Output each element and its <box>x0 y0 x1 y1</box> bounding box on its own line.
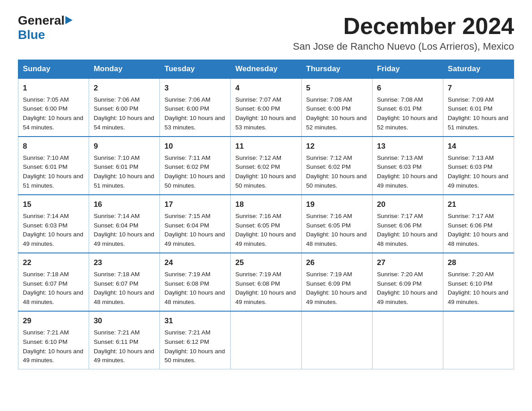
day-number: 24 <box>164 257 226 269</box>
sunrise-label: Sunrise: 7:14 AM <box>94 213 140 219</box>
logo-arrow-icon <box>64 16 73 25</box>
logo-blue-text: Blue <box>18 28 45 42</box>
calendar-cell: 4Sunrise: 7:07 AMSunset: 6:00 PMDaylight… <box>231 78 301 137</box>
daylight-label: Daylight: 10 hours and 49 minutes. <box>448 173 508 189</box>
calendar-cell: 24Sunrise: 7:19 AMSunset: 6:08 PMDayligh… <box>160 253 231 311</box>
sunrise-label: Sunrise: 7:16 AM <box>235 213 281 219</box>
sunrise-label: Sunrise: 7:20 AM <box>448 271 494 278</box>
day-number: 28 <box>448 257 509 269</box>
daylight-label: Daylight: 10 hours and 49 minutes. <box>235 231 296 247</box>
daylight-label: Daylight: 10 hours and 50 minutes. <box>235 173 296 189</box>
sunset-label: Sunset: 6:00 PM <box>306 105 351 112</box>
page-header: General Blue December 2024 San Jose de R… <box>18 13 514 52</box>
sunrise-label: Sunrise: 7:10 AM <box>94 154 140 161</box>
sunrise-label: Sunrise: 7:09 AM <box>448 96 494 103</box>
sunset-label: Sunset: 6:10 PM <box>23 338 68 345</box>
sunset-label: Sunset: 6:06 PM <box>448 222 493 229</box>
sunrise-label: Sunrise: 7:11 AM <box>164 154 210 161</box>
sunrise-label: Sunrise: 7:17 AM <box>448 213 494 219</box>
sunset-label: Sunset: 6:00 PM <box>23 105 68 112</box>
sunset-label: Sunset: 6:00 PM <box>94 105 138 112</box>
calendar-cell: 11Sunrise: 7:12 AMSunset: 6:02 PMDayligh… <box>231 137 301 195</box>
sunset-label: Sunset: 6:09 PM <box>306 280 351 287</box>
header-sunday: Sunday <box>18 60 89 79</box>
sunrise-label: Sunrise: 7:17 AM <box>377 213 423 219</box>
logo: General Blue <box>18 13 73 42</box>
calendar-cell <box>372 311 443 369</box>
day-number: 9 <box>94 141 155 152</box>
day-number: 7 <box>448 82 509 94</box>
calendar-cell: 13Sunrise: 7:13 AMSunset: 6:03 PMDayligh… <box>372 137 443 195</box>
day-number: 5 <box>306 82 368 94</box>
day-number: 8 <box>23 141 84 152</box>
daylight-label: Daylight: 10 hours and 48 minutes. <box>448 231 508 247</box>
calendar-cell: 30Sunrise: 7:21 AMSunset: 6:11 PMDayligh… <box>89 311 160 369</box>
calendar-cell: 28Sunrise: 7:20 AMSunset: 6:10 PMDayligh… <box>443 253 514 311</box>
header-wednesday: Wednesday <box>231 60 301 79</box>
sunrise-label: Sunrise: 7:18 AM <box>94 271 140 278</box>
calendar-cell: 21Sunrise: 7:17 AMSunset: 6:06 PMDayligh… <box>443 195 514 253</box>
daylight-label: Daylight: 10 hours and 48 minutes. <box>306 231 367 247</box>
calendar-cell: 1Sunrise: 7:05 AMSunset: 6:00 PMDaylight… <box>18 78 89 137</box>
sunrise-label: Sunrise: 7:07 AM <box>235 96 281 103</box>
sunset-label: Sunset: 6:08 PM <box>235 280 280 287</box>
header-friday: Friday <box>372 60 443 79</box>
sunrise-label: Sunrise: 7:15 AM <box>164 213 210 219</box>
calendar-week-row: 8Sunrise: 7:10 AMSunset: 6:01 PMDaylight… <box>18 137 514 195</box>
calendar-week-row: 29Sunrise: 7:21 AMSunset: 6:10 PMDayligh… <box>18 311 514 369</box>
calendar-cell: 7Sunrise: 7:09 AMSunset: 6:01 PMDaylight… <box>443 78 514 137</box>
calendar-cell: 19Sunrise: 7:16 AMSunset: 6:05 PMDayligh… <box>301 195 372 253</box>
sunrise-label: Sunrise: 7:21 AM <box>23 329 69 336</box>
day-number: 3 <box>164 82 226 94</box>
sunrise-label: Sunrise: 7:19 AM <box>235 271 281 278</box>
daylight-label: Daylight: 10 hours and 49 minutes. <box>306 289 367 305</box>
daylight-label: Daylight: 10 hours and 51 minutes. <box>23 173 83 189</box>
daylight-label: Daylight: 10 hours and 48 minutes. <box>377 231 438 247</box>
sunrise-label: Sunrise: 7:06 AM <box>94 96 140 103</box>
sunrise-label: Sunrise: 7:21 AM <box>164 329 210 336</box>
calendar-cell: 26Sunrise: 7:19 AMSunset: 6:09 PMDayligh… <box>301 253 372 311</box>
header-tuesday: Tuesday <box>160 60 231 79</box>
sunrise-label: Sunrise: 7:13 AM <box>448 154 494 161</box>
sunset-label: Sunset: 6:01 PM <box>377 105 422 112</box>
sunrise-label: Sunrise: 7:16 AM <box>306 213 352 219</box>
daylight-label: Daylight: 10 hours and 50 minutes. <box>164 173 225 189</box>
sunset-label: Sunset: 6:01 PM <box>94 163 138 170</box>
location-subtitle: San Jose de Rancho Nuevo (Los Arrieros),… <box>293 41 514 52</box>
daylight-label: Daylight: 10 hours and 54 minutes. <box>94 115 154 131</box>
calendar-header-row: SundayMondayTuesdayWednesdayThursdayFrid… <box>18 60 514 79</box>
sunset-label: Sunset: 6:05 PM <box>235 222 280 229</box>
daylight-label: Daylight: 10 hours and 49 minutes. <box>377 173 438 189</box>
day-number: 4 <box>235 82 296 94</box>
sunrise-label: Sunrise: 7:10 AM <box>23 154 69 161</box>
sunrise-label: Sunrise: 7:06 AM <box>164 96 210 103</box>
sunset-label: Sunset: 6:06 PM <box>377 222 422 229</box>
daylight-label: Daylight: 10 hours and 51 minutes. <box>94 173 154 189</box>
daylight-label: Daylight: 10 hours and 49 minutes. <box>94 231 154 247</box>
calendar-week-row: 1Sunrise: 7:05 AMSunset: 6:00 PMDaylight… <box>18 78 514 137</box>
calendar-cell: 9Sunrise: 7:10 AMSunset: 6:01 PMDaylight… <box>89 137 160 195</box>
day-number: 1 <box>23 82 84 94</box>
sunset-label: Sunset: 6:07 PM <box>23 280 68 287</box>
daylight-label: Daylight: 10 hours and 50 minutes. <box>164 348 225 364</box>
calendar-cell: 14Sunrise: 7:13 AMSunset: 6:03 PMDayligh… <box>443 137 514 195</box>
sunset-label: Sunset: 6:02 PM <box>164 163 209 170</box>
daylight-label: Daylight: 10 hours and 48 minutes. <box>164 289 225 305</box>
calendar-cell: 29Sunrise: 7:21 AMSunset: 6:10 PMDayligh… <box>18 311 89 369</box>
day-number: 18 <box>235 199 296 210</box>
daylight-label: Daylight: 10 hours and 52 minutes. <box>306 115 367 131</box>
daylight-label: Daylight: 10 hours and 53 minutes. <box>235 115 296 131</box>
calendar-cell: 15Sunrise: 7:14 AMSunset: 6:03 PMDayligh… <box>18 195 89 253</box>
calendar-cell: 2Sunrise: 7:06 AMSunset: 6:00 PMDaylight… <box>89 78 160 137</box>
day-number: 23 <box>94 257 155 269</box>
day-number: 2 <box>94 82 155 94</box>
sunset-label: Sunset: 6:03 PM <box>23 222 68 229</box>
daylight-label: Daylight: 10 hours and 53 minutes. <box>164 115 225 131</box>
daylight-label: Daylight: 10 hours and 49 minutes. <box>94 348 154 364</box>
day-number: 27 <box>377 257 438 269</box>
daylight-label: Daylight: 10 hours and 52 minutes. <box>377 115 438 131</box>
calendar-cell <box>301 311 372 369</box>
calendar-cell: 20Sunrise: 7:17 AMSunset: 6:06 PMDayligh… <box>372 195 443 253</box>
title-block: December 2024 San Jose de Rancho Nuevo (… <box>293 13 514 52</box>
calendar-cell: 25Sunrise: 7:19 AMSunset: 6:08 PMDayligh… <box>231 253 301 311</box>
